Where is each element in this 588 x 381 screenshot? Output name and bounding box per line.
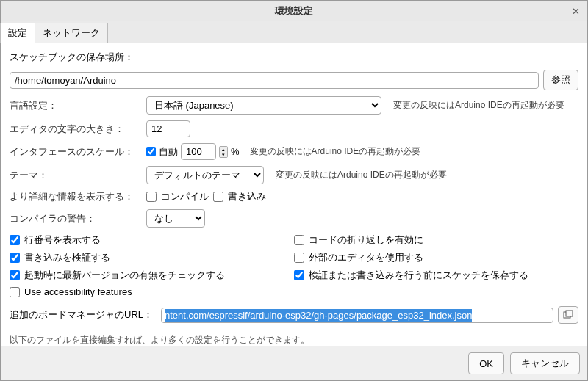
check-updates-checkbox[interactable] — [10, 270, 20, 280]
theme-note: 変更の反映にはArduino IDEの再起動が必要 — [276, 169, 447, 181]
fontsize-input[interactable] — [146, 120, 190, 137]
verbose-compile-checkbox[interactable] — [146, 192, 157, 202]
language-note: 変更の反映にはArduino IDEの再起動が必要 — [393, 99, 564, 112]
boards-url-label: 追加のボードマネージャのURL： — [10, 308, 157, 322]
verbose-upload-checkbox[interactable] — [213, 192, 223, 202]
window-icon — [563, 310, 573, 320]
fontsize-label: エディタの文字の大きさ： — [10, 123, 142, 136]
boards-url-expand-button[interactable] — [558, 306, 578, 324]
language-select[interactable]: 日本語 (Japanese) — [146, 96, 381, 115]
chevron-down-icon: ▾ — [220, 152, 227, 157]
a11y-label: Use accessibility features — [24, 286, 132, 297]
sketchbook-label: スケッチブックの保存場所： — [10, 51, 578, 64]
check-updates-label: 起動時に最新バージョンの有無をチェックする — [24, 269, 225, 282]
tab-settings[interactable]: 設定 — [0, 23, 35, 43]
titlebar: 環境設定 ✕ — [1, 1, 587, 21]
scale-pct: % — [231, 146, 240, 157]
verbose-compile-label: コンパイル — [161, 190, 209, 203]
verify-upload-label: 書き込みを検証する — [24, 251, 110, 264]
tab-network[interactable]: ネットワーク — [35, 23, 108, 43]
scale-auto-checkbox[interactable] — [146, 147, 156, 156]
wrap-checkbox[interactable] — [294, 235, 304, 245]
scale-spinner[interactable]: ▴▾ — [219, 146, 228, 158]
prefs-more-info: 以下のファイルを直接編集すれば、より多くの設定を行うことができます。 — [10, 334, 578, 346]
scale-note: 変更の反映にはArduino IDEの再起動が必要 — [250, 145, 421, 158]
lineno-label: 行番号を表示する — [24, 233, 101, 247]
scale-value-input[interactable] — [181, 143, 216, 160]
boards-url-input[interactable]: ntent.com/espressif/arduino-esp32/gh-pag… — [161, 308, 553, 323]
theme-label: テーマ： — [10, 169, 142, 182]
warnings-select[interactable]: なし — [146, 209, 205, 228]
verbose-upload-label: 書き込み — [228, 190, 266, 203]
settings-panel: スケッチブックの保存場所： 参照 言語設定： 日本語 (Japanese) 変更… — [1, 43, 587, 346]
save-before-checkbox[interactable] — [294, 270, 304, 280]
browse-button[interactable]: 参照 — [543, 70, 578, 90]
verbose-label: より詳細な情報を表示する： — [10, 190, 142, 203]
wrap-label: コードの折り返しを有効に — [309, 233, 423, 247]
svg-rect-1 — [566, 311, 573, 316]
verify-upload-checkbox[interactable] — [10, 253, 20, 263]
preferences-dialog: 環境設定 ✕ 設定 ネットワーク スケッチブックの保存場所： 参照 言語設定： … — [0, 0, 588, 381]
scale-auto-label: 自動 — [159, 145, 178, 159]
language-label: 言語設定： — [10, 99, 142, 112]
save-before-label: 検証または書き込みを行う前にスケッチを保存する — [309, 269, 528, 282]
chevron-up-icon: ▴ — [220, 147, 227, 152]
sketchbook-path-input[interactable] — [10, 72, 539, 89]
dialog-footer: OK キャンセル — [1, 346, 587, 380]
close-icon[interactable]: ✕ — [570, 5, 581, 17]
external-editor-checkbox[interactable] — [294, 253, 304, 263]
theme-select[interactable]: デフォルトのテーマ — [146, 166, 264, 184]
tab-bar: 設定 ネットワーク — [1, 21, 587, 43]
ok-button[interactable]: OK — [468, 352, 504, 374]
window-title: 環境設定 — [275, 4, 313, 18]
lineno-checkbox[interactable] — [10, 235, 20, 245]
warnings-label: コンパイラの警告： — [10, 212, 142, 225]
a11y-checkbox[interactable] — [10, 287, 20, 297]
external-editor-label: 外部のエディタを使用する — [309, 251, 423, 264]
cancel-button[interactable]: キャンセル — [510, 352, 580, 374]
scale-label: インタフェースのスケール： — [10, 145, 142, 159]
